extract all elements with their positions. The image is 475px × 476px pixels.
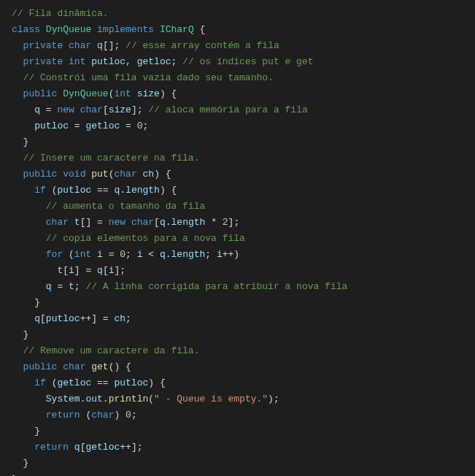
code-line[interactable]: } — [12, 456, 475, 472]
code-token: int — [74, 249, 91, 260]
code-token: putloc — [91, 56, 125, 67]
code-token: // Insere um caractere na fila. — [23, 153, 200, 164]
code-token: ch — [114, 313, 125, 324]
code-token: if — [34, 377, 46, 388]
code-line[interactable]: // Constrói uma fila vazia dado seu tama… — [12, 70, 475, 86]
code-token: i — [69, 265, 74, 276]
code-token: // Constrói uma fila vazia dado seu tama… — [23, 72, 274, 83]
code-token: return — [34, 442, 69, 453]
code-token — [12, 377, 34, 388]
code-token: int — [114, 88, 131, 99]
code-token: q — [74, 442, 80, 453]
code-line[interactable]: q[putloc++] = ch; — [12, 311, 475, 327]
code-line[interactable]: return q[getloc++]; — [12, 439, 475, 456]
code-token — [91, 40, 97, 51]
code-token: ; — [205, 249, 217, 260]
code-token: = — [69, 120, 85, 131]
code-line[interactable]: } — [12, 327, 475, 343]
code-token: getloc — [57, 377, 91, 388]
code-line[interactable]: } — [12, 472, 475, 476]
code-token: . — [120, 185, 125, 196]
code-token — [12, 345, 23, 356]
code-token: 0 — [120, 249, 125, 260]
code-token: i — [109, 265, 115, 276]
code-token — [12, 313, 34, 324]
code-token: [ — [63, 265, 69, 276]
code-token: . — [103, 394, 109, 404]
code-line[interactable]: t[i] = q[i]; — [12, 263, 475, 279]
code-token: ( — [148, 394, 154, 404]
code-token: getloc — [85, 120, 120, 131]
code-token: []; — [103, 40, 125, 51]
code-token — [40, 24, 46, 35]
code-token: = — [40, 104, 57, 115]
code-line[interactable]: } — [12, 423, 475, 439]
code-token: char — [114, 169, 136, 180]
code-token: [ — [103, 104, 109, 115]
code-line[interactable]: for (int i = 0; i < q.length; i++) — [12, 247, 475, 263]
code-line[interactable]: // copia elementos para a nova fila — [12, 231, 475, 247]
code-token: char — [69, 40, 91, 51]
code-line[interactable]: // aumenta o tamanho da fila — [12, 199, 475, 215]
code-token: int — [69, 56, 85, 67]
code-token: . — [166, 217, 171, 228]
code-token: == — [91, 377, 114, 388]
code-line[interactable]: } — [12, 134, 475, 150]
code-token: q — [97, 265, 103, 276]
code-line[interactable]: q = new char[size]; // aloca memória par… — [12, 102, 475, 118]
code-token: out — [85, 394, 102, 404]
code-token — [12, 265, 57, 276]
code-line[interactable]: q = t; // A linha corrigida para atribui… — [12, 279, 475, 295]
code-token — [69, 217, 74, 228]
code-token: ) { — [154, 169, 171, 180]
code-token: () { — [109, 361, 131, 372]
code-token: ++]; — [120, 442, 142, 453]
code-token: size — [109, 104, 131, 115]
code-token: , — [125, 56, 137, 67]
code-token: } — [12, 137, 28, 147]
code-line[interactable]: public char get() { — [12, 359, 475, 375]
code-token: ; — [171, 56, 182, 67]
code-line[interactable]: public void put(char ch) { — [12, 166, 475, 183]
code-token: ( — [46, 185, 58, 196]
code-token: i — [217, 249, 223, 260]
code-token: } — [12, 458, 28, 469]
code-token: // Fila dinâmica. — [12, 8, 109, 19]
code-line[interactable]: private int putloc, getloc; // os índice… — [12, 54, 475, 70]
code-line[interactable]: // Fila dinâmica. — [12, 6, 475, 22]
code-token: // os índices put e get — [182, 56, 313, 67]
code-token — [12, 201, 46, 212]
code-token: ) { — [160, 88, 177, 99]
code-token — [12, 442, 34, 453]
code-line[interactable]: if (putloc == q.length) { — [12, 183, 475, 199]
code-line[interactable]: char t[] = new char[q.length * 2]; — [12, 215, 475, 231]
code-token — [12, 56, 23, 67]
code-token: = — [103, 249, 120, 260]
code-line[interactable]: class DynQueue implements ICharQ { — [12, 22, 475, 38]
code-token: } — [12, 329, 28, 340]
code-line[interactable]: if (getloc == putloc) { — [12, 375, 475, 391]
code-editor[interactable]: // Fila dinâmica.class DynQueue implemen… — [0, 0, 475, 476]
code-token: q — [34, 104, 40, 115]
code-token: size — [137, 88, 160, 99]
code-token — [12, 153, 23, 164]
code-token: 0 — [125, 410, 131, 421]
code-token: // copia elementos para a nova fila — [46, 233, 245, 244]
code-line[interactable]: // Remove um caractere da fila. — [12, 343, 475, 359]
code-token: getloc — [137, 56, 171, 67]
code-token: ] = — [74, 265, 97, 276]
code-token: = — [120, 120, 136, 131]
code-line[interactable]: putloc = getloc = 0; — [12, 118, 475, 134]
code-token: // aumenta o tamanho da fila — [46, 201, 205, 212]
code-line[interactable]: } — [12, 295, 475, 311]
code-line[interactable]: return (char) 0; — [12, 407, 475, 423]
code-token: i — [97, 249, 103, 260]
code-token: ) { — [148, 377, 165, 388]
code-token: return — [46, 410, 80, 421]
code-token: ]; — [131, 104, 148, 115]
code-line[interactable]: private char q[]; // esse array contém a… — [12, 38, 475, 54]
code-line[interactable]: public DynQueue(int size) { — [12, 86, 475, 102]
code-token — [12, 233, 46, 244]
code-line[interactable]: // Insere um caractere na fila. — [12, 150, 475, 166]
code-line[interactable]: System.out.println(" - Queue is empty.")… — [12, 391, 475, 407]
